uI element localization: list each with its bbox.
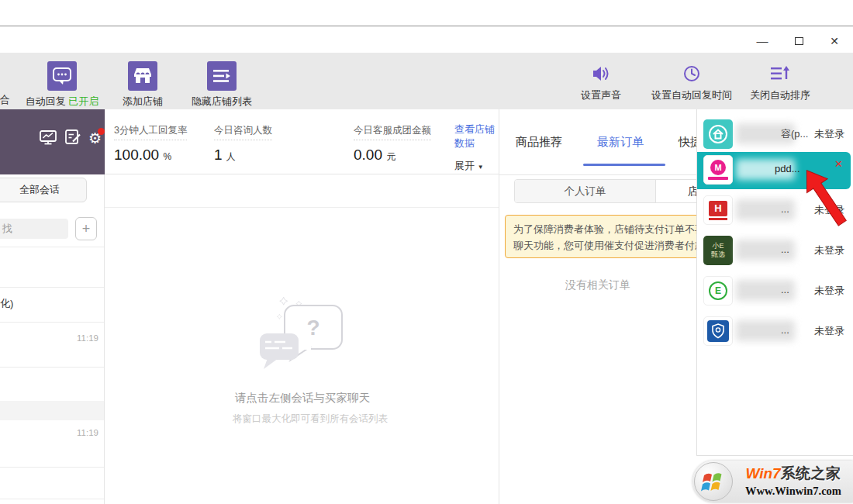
notification-dot bbox=[98, 128, 105, 135]
search-input[interactable]: 找 bbox=[0, 219, 68, 239]
red-arrow-annotation bbox=[794, 169, 848, 239]
add-session-button[interactable]: + bbox=[75, 217, 97, 240]
expand-toggle[interactable]: 展开 ▼ bbox=[454, 159, 499, 173]
stat-visitors-label: 今日咨询人数 bbox=[214, 124, 272, 140]
store-name-tail: ... bbox=[781, 284, 789, 295]
add-store-label: 添加店铺 bbox=[118, 95, 167, 109]
chat-empty-line1: 请点击左侧会话与买家聊天 bbox=[233, 391, 372, 406]
list-divider bbox=[0, 322, 104, 323]
titlebar[interactable] bbox=[0, 26, 853, 53]
watermark-brand-suffix: 系统之家 bbox=[781, 465, 841, 482]
stats-bar: 3分钟人工回复率 100.00 % 今日咨询人数 1 人 今日客服成团金额 0.… bbox=[105, 109, 499, 174]
list-divider bbox=[0, 467, 104, 468]
winwin7-watermark: Win7系统之家 Www.Winwin7.com bbox=[692, 461, 853, 502]
store-name-tail: ... bbox=[781, 243, 789, 255]
expand-label: 展开 bbox=[454, 160, 475, 171]
stat-visitors: 今日咨询人数 1 人 bbox=[214, 123, 272, 164]
close-store-icon[interactable]: ✕ bbox=[834, 158, 843, 170]
sidebar-header: ⚙ bbox=[0, 109, 105, 174]
list-divider bbox=[0, 247, 104, 247]
store-login-status: 未登录 bbox=[814, 324, 844, 338]
sort-lines-icon bbox=[746, 64, 814, 83]
close-auto-sort-button[interactable]: 关闭自动排序 bbox=[746, 64, 814, 102]
store-name-tail: ... bbox=[781, 324, 789, 336]
set-auto-reply-time-label: 设置自动回复时间 bbox=[647, 88, 737, 102]
stat-amount-value: 0.00 bbox=[354, 147, 382, 163]
conversation-list: 全部会话 找 + 化) 11:19 11:19 bbox=[0, 174, 105, 504]
set-sound-label: 设置声音 bbox=[575, 88, 627, 102]
conversation-timestamp: 11:19 bbox=[77, 333, 98, 343]
stat-reply-rate: 3分钟人工回复率 100.00 % bbox=[114, 123, 187, 164]
stat-amount: 今日客服成团金额 0.00 元 bbox=[354, 123, 431, 164]
hide-store-list-label: 隐藏店铺列表 bbox=[189, 95, 254, 109]
stat-reply-rate-unit: % bbox=[163, 151, 171, 162]
stat-amount-label: 今日客服成团金额 bbox=[354, 124, 431, 140]
pink-logo-bar bbox=[708, 177, 728, 180]
stat-visitors-unit: 人 bbox=[226, 151, 236, 162]
settings-gear-icon[interactable]: ⚙ bbox=[88, 130, 102, 147]
store-row[interactable]: ... 未登录 bbox=[697, 313, 851, 349]
active-tab-underline bbox=[583, 164, 665, 166]
hide-store-list-button[interactable]: 隐藏店铺列表 bbox=[189, 61, 254, 109]
chat-empty-state: ? 请点击左侧会话与买家聊天 将窗口最大化即可看到所有会话列表 bbox=[233, 295, 372, 426]
store-icon-text-line2: 甄选 bbox=[703, 250, 733, 259]
hide-list-icon bbox=[207, 61, 237, 91]
chat-header-divider bbox=[105, 207, 499, 208]
blue-shield-store-icon bbox=[703, 316, 733, 346]
list-divider bbox=[0, 499, 104, 499]
teal-house-store-icon bbox=[703, 119, 733, 149]
watermark-brand: Win7 bbox=[745, 465, 780, 482]
question-mark: ? bbox=[306, 316, 319, 340]
conversation-timestamp: 11:19 bbox=[77, 428, 98, 437]
clock-icon bbox=[647, 64, 737, 83]
chat-bubbles-illustration: ? bbox=[252, 295, 353, 381]
store-row[interactable]: E ... 未登录 bbox=[697, 273, 851, 309]
store-icon-text-line1: 小E bbox=[703, 242, 733, 250]
toolbar-partial-label: 合 bbox=[0, 93, 10, 107]
view-store-data-link[interactable]: 查看店铺数据 bbox=[454, 123, 499, 150]
close-button[interactable]: ✕ bbox=[823, 31, 846, 51]
chevron-down-icon: ▼ bbox=[478, 164, 484, 171]
conversation-group-label: 化) bbox=[0, 297, 13, 311]
list-divider bbox=[0, 367, 104, 368]
close-auto-sort-label: 关闭自动排序 bbox=[746, 88, 814, 102]
red-h-logo: H bbox=[709, 201, 727, 216]
store-login-status: 未登录 bbox=[814, 284, 844, 298]
storefront-icon bbox=[128, 61, 157, 91]
store-list-panel: 容(p... 未登录 M pdd... ✕ H ... 未登录 小E 甄选 bbox=[696, 109, 853, 456]
all-sessions-button[interactable]: 全部会话 bbox=[0, 178, 87, 202]
no-orders-text: 没有相关订单 bbox=[499, 278, 696, 292]
list-divider bbox=[0, 287, 104, 288]
maximize-button[interactable] bbox=[787, 31, 810, 51]
store-row[interactable]: 容(p... 未登录 bbox=[697, 116, 851, 152]
red-h-store-icon: H bbox=[703, 195, 733, 225]
auto-reply-status: 已开启 bbox=[68, 95, 98, 107]
speaker-icon bbox=[575, 64, 627, 83]
pink-m-logo: M bbox=[710, 160, 726, 175]
tab-product-recommend[interactable]: 商品推荐 bbox=[516, 135, 562, 150]
conversation-row-highlight[interactable] bbox=[0, 401, 104, 420]
chat-empty-line2: 将窗口最大化即可看到所有会话列表 bbox=[233, 413, 372, 426]
minimize-button[interactable]: — bbox=[751, 31, 774, 51]
windows-logo-icon bbox=[694, 462, 733, 501]
monitor-stats-icon[interactable] bbox=[39, 128, 57, 150]
set-sound-button[interactable]: 设置声音 bbox=[575, 64, 627, 102]
app-window: — ✕ 合 自动回复 已开启 bbox=[0, 0, 853, 504]
watermark-site-url: Www.Winwin7.com bbox=[736, 485, 851, 498]
add-store-button[interactable]: 添加店铺 bbox=[118, 61, 167, 109]
chat-bubble-icon bbox=[47, 61, 77, 91]
green-e-store-icon: E bbox=[703, 276, 733, 306]
stat-reply-rate-value: 100.00 bbox=[114, 147, 159, 163]
toolbar: 合 自动回复 已开启 添加店铺 bbox=[0, 53, 853, 109]
auto-reply-button[interactable]: 自动回复 已开启 bbox=[22, 61, 102, 109]
dark-green-store-icon: 小E 甄选 bbox=[703, 236, 733, 265]
store-name-tail: 容(p... bbox=[781, 127, 808, 141]
store-login-status: 未登录 bbox=[814, 243, 844, 257]
toggle-personal-orders[interactable]: 个人订单 bbox=[515, 180, 656, 202]
tab-latest-orders[interactable]: 最新订单 bbox=[597, 135, 644, 150]
notes-edit-icon[interactable] bbox=[64, 128, 81, 150]
red-logo-bar bbox=[709, 218, 727, 220]
set-auto-reply-time-button[interactable]: 设置自动回复时间 bbox=[647, 64, 737, 102]
store-login-status: 未登录 bbox=[814, 127, 844, 141]
stat-amount-unit: 元 bbox=[386, 151, 395, 162]
